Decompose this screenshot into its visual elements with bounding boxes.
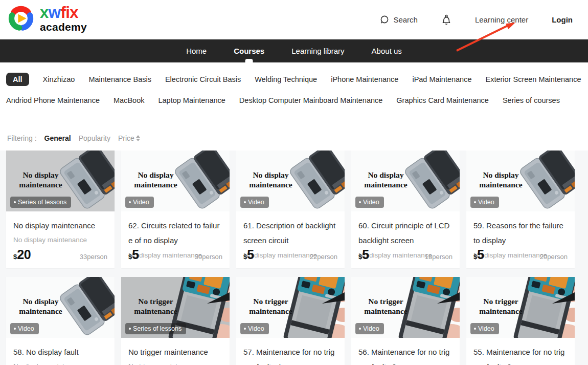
course-price: $5 [128,247,139,262]
brand-part-x: x [40,4,49,22]
thumbnail-caption: No trigger maintenance [126,296,185,316]
thumbnail-caption: No display maintenance [356,170,415,190]
badge-dot-icon [129,328,131,330]
course-card[interactable]: No trigger maintenance Series of lessons… [121,277,230,365]
course-thumbnail: No trigger maintenance Video [466,277,575,338]
nav-item-courses[interactable]: Courses [230,39,268,62]
course-type-badge: Series of lessons [125,323,186,335]
course-thumbnail: No display maintenance Video [466,151,575,211]
brand-text: xwfix academy [40,5,87,32]
notification-bell-icon[interactable] [441,14,451,25]
category-laptop-maintenance[interactable]: Laptop Maintenance [158,94,225,106]
price-sort-arrows-icon [136,135,140,141]
nav-item-learning-library[interactable]: Learning library [287,39,348,62]
category-maintenance-basis[interactable]: Maintenance Basis [88,73,151,85]
course-card[interactable]: No display maintenance Video 61. Descrip… [236,151,345,268]
badge-dot-icon [244,328,246,330]
main-nav: HomeCoursesLearning libraryAbout us [0,39,588,62]
enrollment-count: 20person [540,253,568,261]
badge-label: Video [18,326,34,332]
category-filter-bar: AllXinzhizaoMaintenance BasisElectronic … [0,62,588,106]
category-ipad-maintenance[interactable]: iPad Maintenance [412,73,471,85]
search-label: Search [393,15,418,24]
course-card-footer: $5 30person [128,247,222,262]
course-thumbnail: No trigger maintenance Video [351,277,460,338]
brand-part-w: w [49,4,61,22]
category-desktop-computer-mainboard-maintenance[interactable]: Desktop Computer Mainboard Maintenance [239,94,382,106]
course-card-footer: $5 18person [358,247,453,262]
category-xinzhizao[interactable]: Xinzhizao [43,73,75,85]
course-card[interactable]: No display maintenance Video 59. Reasons… [466,151,575,268]
category-series-of-courses[interactable]: Series of courses [503,94,560,106]
category-exterior-screen-maintenance[interactable]: Exterior Screen Maintenance [485,73,581,85]
category-all[interactable]: All [6,73,29,86]
course-card[interactable]: No trigger maintenance Video 55. Mainten… [466,277,575,365]
thumbnail-caption: No display maintenance [471,170,530,190]
login-button[interactable]: Login [552,15,573,24]
filtering-label: Filtering : [7,134,37,142]
nav-item-about-us[interactable]: About us [368,39,406,62]
thumbnail-caption: No display maintenance [11,170,70,190]
enrollment-count: 18person [425,253,453,261]
logo-play-icon [7,5,35,32]
course-card[interactable]: No display maintenance Video 62. Circuit… [121,151,230,268]
badge-dot-icon [474,201,476,203]
price-amount: 20 [17,247,31,262]
course-title: 58. No display fault [13,345,107,359]
courses-page: xwfix academy Search Learning center Log… [0,0,588,365]
learning-center-link[interactable]: Learning center [475,15,528,24]
course-card[interactable]: No trigger maintenance Video 57. Mainten… [236,277,345,365]
course-card-body: 56. Maintenance for no trigger faults 3 [351,338,460,365]
badge-dot-icon [359,328,361,330]
badge-label: Video [478,199,494,206]
course-thumbnail: No display maintenance Series of lessons [6,151,115,211]
price-amount: 5 [247,247,254,262]
course-card-body: 55. Maintenance for no trigger faults 2 [466,338,575,365]
learning-center-label: Learning center [475,15,528,24]
course-title: No trigger maintenance [128,345,222,359]
course-card-body: No trigger maintenance No trigger mainte… [121,338,230,365]
category-graphics-card-maintenance[interactable]: Graphics Card Maintenance [396,94,489,106]
filter-option-price[interactable]: Price [118,134,140,142]
course-title: 60. Circuit principle of LCD backlight s… [358,218,453,248]
course-card-footer: $20 33person [13,247,107,262]
play-triangle [18,14,26,23]
courses-section: No display maintenance Series of lessons… [0,151,588,365]
nav-item-home[interactable]: Home [182,39,211,62]
filter-option-general[interactable]: General [44,134,71,142]
category-iphone-maintenance[interactable]: iPhone Maintenance [331,73,398,85]
nav-active-indicator [245,59,253,62]
course-title: 57. Maintenance for no trigger faults 4 [243,345,337,365]
course-price: $5 [473,247,484,262]
category-andriod-phone-maintenance[interactable]: Andriod Phone Maintenance [6,94,100,106]
thumbnail-caption: No display maintenance [241,170,300,190]
site-header: xwfix academy Search Learning center Log… [0,0,588,39]
course-card[interactable]: No display maintenance Video 60. Circuit… [351,151,460,268]
course-card[interactable]: No display maintenance Video 58. No disp… [6,277,115,365]
course-card[interactable]: No trigger maintenance Video 56. Mainten… [351,277,460,365]
course-grid: No display maintenance Series of lessons… [6,151,588,365]
course-card-footer: $5 20person [473,247,568,262]
category-electronic-circuit-basis[interactable]: Electronic Circuit Basis [165,73,241,85]
course-card[interactable]: No display maintenance Series of lessons… [6,151,115,268]
price-amount: 5 [132,247,139,262]
course-type-badge: Video [125,197,154,208]
course-card-footer: $5 22person [243,247,337,262]
course-type-badge: Series of lessons [10,197,71,208]
sort-filter-bar: Filtering : GeneralPopularityPrice [7,133,588,143]
filter-option-popularity[interactable]: Popularity [79,134,110,142]
course-price: $5 [358,247,369,262]
site-logo[interactable]: xwfix academy [7,5,87,32]
header-actions: Search Learning center Login [379,0,573,39]
course-card-body: No display maintenance No display mainte… [6,211,115,244]
enrollment-count: 22person [310,253,337,261]
course-thumbnail: No display maintenance Video [236,151,345,211]
category-macbook[interactable]: MacBook [114,94,144,106]
course-thumbnail: No display maintenance Video [6,277,115,338]
category-welding-technique[interactable]: Welding Technique [255,73,317,85]
course-subtitle: No trigger maintenance [128,362,222,365]
badge-label: Video [133,199,149,206]
search-button[interactable]: Search [379,15,418,25]
thumbnail-caption: No trigger maintenance [241,296,300,316]
price-amount: 5 [477,247,484,262]
